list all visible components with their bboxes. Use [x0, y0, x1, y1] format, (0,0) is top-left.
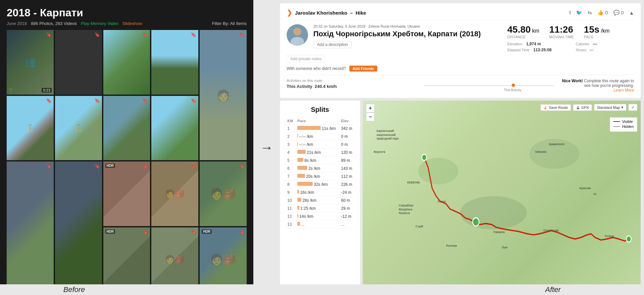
add-private-notes-button[interactable]: Add private notes [287, 55, 325, 63]
arrow-area: → [253, 0, 280, 295]
gpx-label: GPX [581, 106, 589, 110]
split-km: 5 [285, 156, 295, 164]
map-type-label: Standard Map [597, 106, 620, 110]
album-title: 2018 - Карпати [7, 7, 247, 19]
learn-more-link[interactable]: Learn More [614, 88, 634, 93]
photo-cell[interactable]: 🔖 [200, 161, 247, 226]
split-elev: 342 m [339, 125, 355, 133]
shoes-label: Shoes: [576, 48, 587, 52]
splits-panel: Splits KM Pace Elev 1 11s /km342 m2 --:-… [280, 101, 360, 292]
athlete-name: Jaroslav Khorishenko [295, 10, 347, 16]
splits-table: KM Pace Elev 1 11s /km342 m2 --:-- /km0 … [285, 118, 355, 228]
split-elev: -12 m [339, 212, 355, 220]
photo-cell[interactable]: HDR 🔖 [103, 161, 150, 226]
strava-content: 20:32 on Saturday, 9 June 2018 · Zelene … [287, 24, 634, 52]
twitter-icon[interactable]: 🐦 [576, 10, 582, 16]
add-friends-button[interactable]: Add Friends [349, 66, 377, 72]
split-elev: 226 m [339, 180, 355, 188]
save-route-button[interactable]: Save Route [540, 104, 571, 111]
activities-on-route: Activities on this route This Activity 2… [287, 79, 417, 89]
moving-time-stat: 11:26 Moving Time [549, 24, 574, 39]
split-km: 1 [285, 125, 295, 133]
splits-row: 13 ...... [285, 220, 355, 228]
nice-work-box: Nice Work! Complete this route again to … [561, 79, 634, 93]
photo-cell[interactable]: 🔖 [151, 96, 198, 160]
moving-time-value: 11:26 [549, 24, 573, 35]
split-pace: 32s /km [295, 180, 339, 188]
bottom-labels: Before After [0, 284, 644, 295]
route-svg [363, 101, 641, 292]
slideshow-link[interactable]: Slideshow [122, 21, 142, 26]
splits-row: 12 14s /km-12 m [285, 212, 355, 220]
add-description-button[interactable]: Add a description [313, 41, 352, 48]
map-legend: Visible Hidden [610, 117, 637, 132]
social-links: f 🐦 ⇆ 👍 0 💬 0 ▲ [569, 10, 634, 16]
split-pace: 11s /km [295, 125, 339, 133]
photo-cell[interactable]: 🔖 [151, 30, 198, 95]
strava-header-row: ❯ Jaroslav Khorishenko – Hike f 🐦 ⇆ 👍 0 … [287, 9, 634, 20]
split-pace: 16s /km [295, 188, 339, 196]
zoom-in-button[interactable]: + [366, 104, 375, 113]
strava-activity-panel: ❯ Jaroslav Khorishenko – Hike f 🐦 ⇆ 👍 0 … [280, 3, 641, 98]
photo-cell[interactable]: 🔖 [7, 96, 54, 160]
collapse-icon[interactable]: ▲ [629, 10, 634, 16]
facebook-icon[interactable]: f [569, 10, 571, 16]
visible-line [613, 121, 620, 122]
photo-cell-tall[interactable]: 🔖 [55, 161, 102, 292]
split-km: 9 [285, 188, 295, 196]
split-elev: 120 m [339, 148, 355, 156]
arrow-icon: → [260, 140, 273, 155]
share-icon[interactable]: ⇆ [588, 10, 592, 16]
photo-cell[interactable]: HDR 🔖 [103, 227, 150, 292]
map-type-button[interactable]: Standard Map ▾ [594, 104, 626, 111]
bookmark-icon: 🔖 [191, 98, 196, 103]
pace-unit: /km [601, 28, 610, 34]
photo-cell[interactable]: ♡ 🔖 0:23 [7, 30, 54, 95]
splits-row: 9 16s /km-24 m [285, 188, 355, 196]
bookmark-icon: 🔖 [239, 229, 245, 235]
calories-label: Calories [576, 42, 589, 46]
photo-cell[interactable]: 🔖 [151, 161, 198, 226]
kudos-icon[interactable]: 👍 0 [597, 10, 608, 16]
splits-row: 10 28s /km60 m [285, 196, 355, 204]
split-pace: 28s /km [295, 196, 339, 204]
photo-cell[interactable]: 🔖 [55, 30, 102, 95]
elevation-label: Elevation [507, 42, 522, 46]
route-activities-row: Activities on this route This Activity 2… [287, 75, 634, 93]
split-elev: 0 m [339, 133, 355, 141]
bookmark-icon: 🔖 [94, 98, 100, 103]
split-pace: 20s /km [295, 172, 339, 180]
hdr-badge: HDR [105, 229, 115, 234]
photo-cell[interactable]: 🔖 [55, 96, 102, 160]
svg-point-1 [293, 28, 301, 36]
save-route-label: Save Route [549, 106, 568, 110]
bookmark-icon: 🔖 [94, 163, 100, 169]
split-km: 11 [285, 204, 295, 212]
play-memory-video-link[interactable]: Play Memory Video [81, 21, 118, 26]
splits-row: 5 8s /km89 m [285, 156, 355, 164]
photo-cell[interactable]: 🔖 [103, 30, 150, 95]
album-date: June 2018 [7, 21, 27, 26]
hdr-badge: HDR [202, 229, 212, 234]
legend-hidden: Hidden [613, 125, 634, 129]
photo-cell[interactable]: HDR 🔖 [200, 227, 247, 292]
photo-cell-tall[interactable]: 🔖 [200, 30, 247, 160]
gpx-button[interactable]: GPX [573, 104, 592, 111]
photo-cell[interactable]: 🔖 [7, 161, 54, 292]
heart-icon[interactable]: ♡ [9, 87, 13, 93]
comments-icon[interactable]: 💬 0 [613, 10, 624, 16]
activity-name: Похід Чорногірським Хребтом, Карпати (20… [313, 30, 501, 38]
bookmark-icon: 🔖 [142, 229, 148, 235]
route-chart-label: This Activity [504, 88, 521, 92]
split-km: 8 [285, 180, 295, 188]
zoom-out-button[interactable]: − [366, 113, 375, 121]
photo-cell[interactable]: 🔖 [103, 96, 150, 160]
strava-chevron-icon: ❯ [287, 9, 292, 17]
split-elev: ... [339, 220, 355, 228]
with-someone-row: With someone who didn't record? Add Frie… [287, 66, 634, 72]
bookmark-icon: 🔖 [46, 163, 52, 169]
fullscreen-button[interactable]: ⤢ [628, 104, 637, 111]
photo-cell[interactable]: 🔖 [151, 227, 198, 292]
activity-info: 20:32 on Saturday, 9 June 2018 · Zelene … [313, 24, 501, 52]
filter-dropdown[interactable]: Filter By: All Items [212, 21, 247, 26]
